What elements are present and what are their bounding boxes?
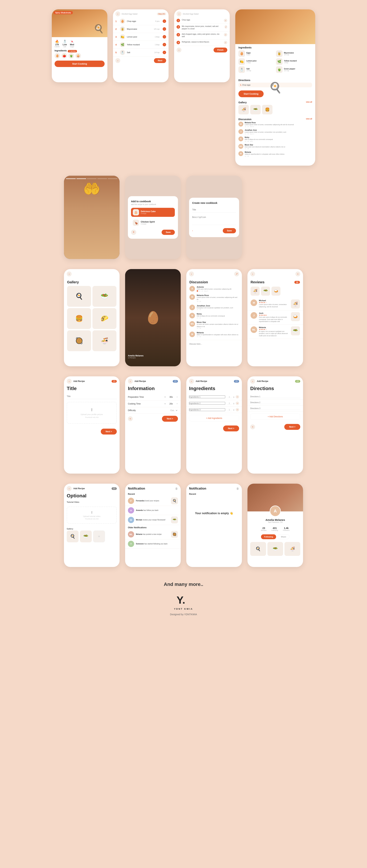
cnc-inner-panel: Create new cookbook ‹ Save bbox=[189, 198, 239, 237]
ar-ing-remove-1[interactable]: − bbox=[236, 395, 239, 399]
profile-share-btn[interactable]: Share bbox=[278, 534, 289, 539]
ing-qty-e3: 1 tbsp bbox=[246, 62, 256, 64]
remove-btn-1[interactable]: − bbox=[163, 20, 166, 23]
next-step-btn[interactable]: Next bbox=[154, 58, 166, 63]
notif-1-trash[interactable]: 🗑 bbox=[175, 487, 178, 490]
disc-full-name-4: Nicky bbox=[197, 313, 225, 315]
discussion-view-all[interactable]: view all bbox=[306, 118, 312, 121]
gallery-view-all[interactable]: view all bbox=[306, 101, 312, 104]
disc-share-btn[interactable]: ↗ bbox=[234, 272, 239, 276]
ar-ing-qty-1[interactable] bbox=[227, 396, 232, 398]
disc-full-text-4: Mel ut aliqua do ea commodo consequat bbox=[197, 315, 225, 317]
remove-btn-4[interactable]: − bbox=[163, 43, 166, 46]
notification-2-card: Notification 🗑 Recent Your notification … bbox=[186, 484, 242, 567]
reviews-add-btn[interactable]: + bbox=[295, 272, 300, 276]
ar-prep-plus[interactable]: + bbox=[164, 396, 166, 399]
ar-next-btn-2[interactable]: Next > bbox=[162, 416, 178, 422]
add-ingredient-btn[interactable]: + Add Ingredients bbox=[189, 415, 239, 421]
ar-ing-name-3[interactable] bbox=[189, 408, 225, 411]
add-direction-btn[interactable]: + Add Directions bbox=[250, 413, 300, 420]
ar-back-step-4[interactable]: < bbox=[250, 425, 255, 429]
inst-check-3[interactable]: ✓ bbox=[224, 33, 227, 36]
cookbook-info-1: Delicious Cake 9 recipe bbox=[141, 210, 156, 214]
ar-cook-plus[interactable]: + bbox=[164, 402, 166, 405]
ing-img-e2: 🥫 bbox=[276, 50, 283, 57]
notif-older-name-2: Someone bbox=[136, 543, 144, 545]
reviewer-name-1: Michael bbox=[259, 300, 289, 302]
ar-upload-text: Upload your profile picture bbox=[81, 413, 103, 415]
ar-ing-remove-3[interactable]: − bbox=[236, 408, 239, 411]
ar-back-btn-4[interactable]: ‹ bbox=[250, 379, 255, 384]
ar-ing-name-2[interactable] bbox=[189, 402, 225, 405]
ar-next-btn-3[interactable]: Next > bbox=[223, 426, 239, 431]
cookbook-item-1[interactable]: 🎂 Delicious Cake 9 recipe bbox=[131, 208, 175, 217]
add-recipe-info-card: ‹ Add Recipe 2/5 Information Preparation… bbox=[125, 376, 181, 473]
ing-img-1: 🥚 bbox=[120, 19, 125, 24]
disc-input[interactable] bbox=[190, 342, 239, 346]
reviews-title-row: Reviews 10 bbox=[248, 277, 303, 285]
ar-diff-select[interactable]: Eas. Med. Hard bbox=[170, 409, 178, 412]
back-btn[interactable]: ‹ bbox=[115, 11, 120, 16]
inst-finish-btn[interactable]: Finish bbox=[214, 48, 227, 53]
ar-ing-row-3: g − bbox=[186, 407, 242, 413]
ar-dir-input-1[interactable] bbox=[250, 395, 300, 398]
cnc-title-input[interactable] bbox=[192, 207, 236, 213]
comment-time-3: 11 · 30 · likes bbox=[245, 141, 312, 142]
step2-nav: ‹ Next bbox=[113, 56, 169, 65]
discussion-section: Discussion view all M Melania Rose Lorem… bbox=[235, 116, 315, 160]
ar-dir-input-3[interactable] bbox=[250, 407, 300, 410]
ar-back-btn-2[interactable]: ‹ bbox=[128, 379, 133, 384]
inst-check-1[interactable]: ✓ bbox=[224, 19, 227, 22]
opt-add-photo[interactable]: + bbox=[93, 530, 105, 542]
remove-btn-2[interactable]: − bbox=[163, 27, 166, 31]
ar-next-btn-4[interactable]: Next > bbox=[284, 424, 300, 430]
inst-back-btn[interactable]: ‹ bbox=[176, 11, 181, 16]
ar-title-field[interactable] bbox=[67, 394, 117, 399]
inst-prev-btn[interactable]: ‹ bbox=[176, 48, 181, 53]
gallery-full-header: ‹ bbox=[64, 269, 119, 277]
opt-upload-area[interactable]: ⬆ Upload tutorial video Thumbnail only 5… bbox=[67, 506, 117, 524]
ar-cook-minus[interactable]: − bbox=[176, 402, 178, 405]
prev-step-btn[interactable]: ‹ bbox=[115, 58, 120, 63]
ing-item-5: 🧂 Salt 1/4 tsp bbox=[238, 66, 275, 73]
ar-dir-input-2[interactable] bbox=[250, 401, 300, 404]
ing-img-e5: 🧂 bbox=[238, 66, 245, 73]
ar-ing-qty-3[interactable] bbox=[227, 409, 232, 411]
cnc-desc-input[interactable] bbox=[192, 215, 236, 225]
dir-num-1: 1. bbox=[240, 84, 242, 86]
gallery-grid: 🍜 🥗 🍔 bbox=[238, 105, 312, 115]
disc-back-btn[interactable]: ‹ bbox=[189, 272, 194, 276]
opt-gallery-label: Gallery bbox=[64, 526, 119, 530]
inst-check-4[interactable]: ✓ bbox=[224, 41, 227, 44]
start-cooking-button[interactable]: Start Cooking bbox=[55, 61, 105, 67]
ar-ing-qty-2[interactable] bbox=[227, 402, 232, 404]
calories-num: 278 bbox=[55, 43, 59, 46]
notif-older-text-2: Someone has started following you back bbox=[136, 543, 178, 545]
ar-upload-area[interactable]: ⬆ Upload your profile picture Thumbnail … bbox=[67, 402, 117, 424]
gallery-back-btn[interactable]: ‹ bbox=[67, 272, 72, 276]
stat-following-label: Following bbox=[272, 529, 278, 531]
cookbook-item-2[interactable]: 🍗 Chicken Spirit 5 recipe bbox=[131, 218, 175, 227]
cnc-back-btn[interactable]: ‹ bbox=[192, 229, 193, 232]
cnc-save-button[interactable]: Save bbox=[223, 228, 236, 233]
profile-following-btn[interactable]: Following bbox=[261, 534, 276, 539]
reviews-back-btn[interactable]: ‹ bbox=[250, 272, 255, 276]
ar-back-btn-1[interactable]: ‹ bbox=[67, 379, 72, 384]
ar-prep-minus[interactable]: − bbox=[176, 396, 178, 399]
ar-back-step-2[interactable]: < bbox=[128, 416, 133, 421]
inst-num-4: 4 bbox=[176, 41, 180, 44]
ar-ing-remove-2[interactable]: − bbox=[236, 402, 239, 405]
ar-ing-name-1[interactable] bbox=[189, 396, 225, 398]
reviews-title: Reviews bbox=[251, 280, 264, 284]
ar-badge-4: 4/5 bbox=[295, 380, 300, 383]
ar-back-btn-3[interactable]: ‹ bbox=[189, 379, 194, 384]
remove-btn-5[interactable]: − bbox=[163, 51, 166, 54]
start-cooking-big-btn[interactable]: Start Cooking bbox=[238, 90, 263, 97]
add-cookbook-btn[interactable]: + bbox=[131, 230, 136, 235]
remove-btn-3[interactable]: − bbox=[163, 35, 166, 38]
ar-back-btn-5[interactable]: ‹ bbox=[67, 486, 72, 491]
notif-2-trash[interactable]: 🗑 bbox=[236, 487, 239, 490]
inst-check-2[interactable]: ✓ bbox=[225, 25, 227, 29]
atc-save-button[interactable]: Save bbox=[162, 230, 175, 235]
ar-next-btn-1[interactable]: Next > bbox=[101, 429, 117, 435]
